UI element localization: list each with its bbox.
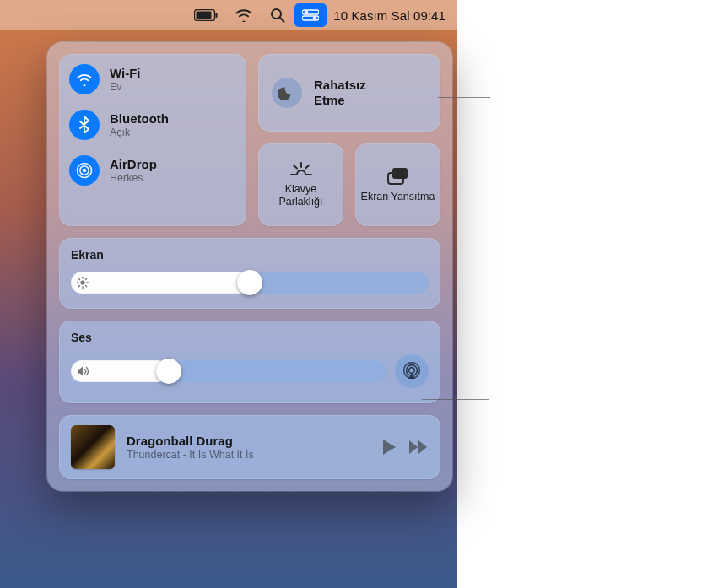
wifi-item[interactable]: Wi-Fi Ev [69, 64, 236, 94]
wifi-icon [235, 8, 253, 22]
keyboard-brightness-icon [289, 161, 313, 178]
svg-rect-2 [216, 13, 218, 18]
svg-point-28 [409, 368, 415, 374]
connectivity-panel: Wi-Fi Ev Bluetooth Açık [59, 54, 246, 226]
screen-mirroring-label: Ekran Yansıtma [361, 191, 435, 203]
album-art [71, 425, 115, 469]
svg-line-24 [78, 278, 79, 279]
do-not-disturb-label: Rahatsız Etme [314, 78, 398, 108]
display-brightness-slider[interactable] [71, 272, 429, 294]
wifi-label: Wi-Fi [110, 66, 141, 80]
moon-icon [272, 78, 302, 108]
svg-point-8 [313, 16, 316, 19]
airdrop-item[interactable]: AirDrop Herkes [69, 155, 236, 186]
control-center-panel: Wi-Fi Ev Bluetooth Açık [47, 42, 452, 491]
svg-rect-1 [197, 12, 212, 19]
keyboard-brightness-button[interactable]: Klavye Parlaklığı [258, 143, 343, 226]
bluetooth-status: Açık [110, 127, 169, 138]
battery-menubar-item[interactable] [186, 3, 225, 27]
callout-line-airplay [422, 399, 489, 400]
airdrop-label: AirDrop [110, 157, 157, 171]
svg-point-6 [305, 10, 308, 13]
screen-mirroring-icon [386, 167, 410, 186]
svg-point-19 [80, 280, 84, 284]
wifi-icon [69, 64, 100, 94]
spotlight-menubar-item[interactable] [262, 3, 293, 27]
sound-volume-slider[interactable] [71, 360, 386, 382]
battery-icon [194, 9, 218, 21]
play-icon[interactable] [381, 439, 397, 456]
screen-mirroring-button[interactable]: Ekran Yansıtma [355, 143, 440, 226]
display-title: Ekran [71, 248, 429, 262]
airplay-audio-icon [402, 362, 421, 380]
bluetooth-label: Bluetooth [110, 111, 169, 126]
bluetooth-item[interactable]: Bluetooth Açık [69, 110, 236, 140]
svg-line-13 [294, 165, 297, 169]
menubar-datetime[interactable]: 10 Kasım Sal 09:41 [328, 8, 451, 23]
sound-panel: Ses [59, 321, 440, 403]
callout-line-dnd [438, 97, 490, 98]
now-playing-panel[interactable]: Dragonball Durag Thundercat - It Is What… [59, 415, 440, 479]
control-center-icon [302, 9, 319, 21]
sound-title: Ses [71, 331, 429, 344]
svg-line-26 [78, 286, 79, 287]
control-center-menubar-item[interactable] [294, 3, 327, 27]
svg-line-27 [86, 278, 87, 279]
next-track-icon[interactable] [408, 440, 429, 455]
sun-icon [77, 277, 89, 289]
now-playing-subtitle: Thundercat - It Is What It Is [127, 449, 370, 461]
display-brightness-panel: Ekran [59, 238, 440, 309]
search-icon [270, 8, 285, 23]
do-not-disturb-panel[interactable]: Rahatsız Etme [258, 54, 440, 132]
wifi-menubar-item[interactable] [227, 3, 261, 27]
now-playing-title: Dragonball Durag [127, 434, 370, 448]
airplay-audio-button[interactable] [395, 354, 429, 388]
speaker-icon [77, 365, 90, 377]
svg-point-9 [83, 169, 86, 172]
wifi-status: Ev [110, 81, 141, 93]
svg-line-14 [305, 165, 309, 169]
airdrop-icon [69, 155, 100, 186]
airdrop-status: Herkes [110, 172, 157, 184]
svg-line-25 [86, 286, 87, 287]
bluetooth-icon [69, 110, 100, 140]
menubar: 10 Kasım Sal 09:41 [0, 0, 457, 30]
keyboard-brightness-label: Klavye Parlaklığı [262, 183, 340, 208]
svg-line-4 [280, 18, 284, 22]
